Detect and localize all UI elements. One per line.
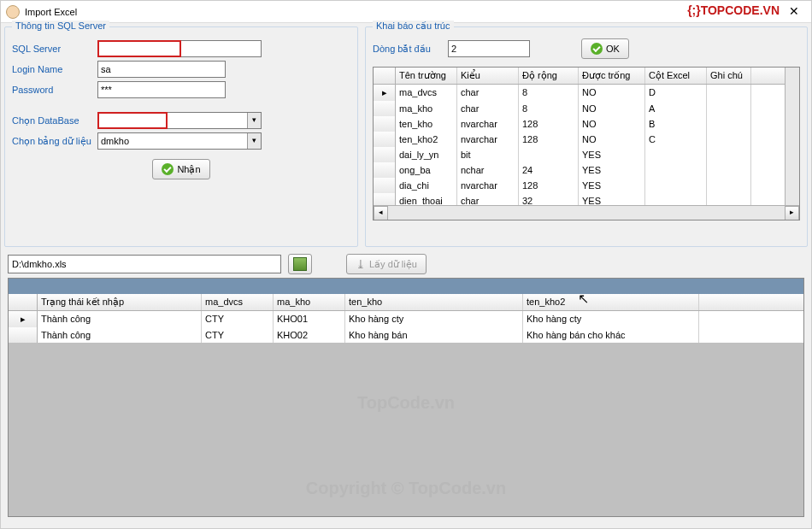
load-data-label: Lấy dữ liệu xyxy=(369,259,417,270)
horizontal-scrollbar[interactable]: ◂ ▸ xyxy=(374,205,799,220)
check-icon xyxy=(162,163,174,175)
col-status[interactable]: Trạng thái kết nhập xyxy=(38,294,202,310)
structure-grid[interactable]: Tên trường Kiểu Độ rộng Được trống Cột E… xyxy=(373,67,800,220)
password-input[interactable] xyxy=(97,81,226,98)
login-label: Login Name xyxy=(12,64,97,74)
scroll-left-button[interactable]: ◂ xyxy=(374,206,388,220)
start-row-label: Dòng bắt đầu xyxy=(373,44,448,55)
table-row[interactable]: ▸ma_dvcschar8NOD xyxy=(374,85,785,101)
col-width[interactable]: Độ rộng xyxy=(519,68,579,84)
login-input[interactable] xyxy=(97,61,226,78)
sql-server-input[interactable] xyxy=(97,40,181,57)
excel-icon xyxy=(293,257,307,271)
structure-title: Khai báo cấu trúc xyxy=(373,21,454,32)
col-madvcs[interactable]: ma_dvcs xyxy=(202,294,274,310)
result-grid[interactable]: Trạng thái kết nhập ma_dvcs ma_kho ten_k… xyxy=(8,278,804,517)
table-row[interactable]: dien_thoaichar32YES xyxy=(374,193,785,205)
password-label: Password xyxy=(12,85,97,95)
close-button[interactable]: ✕ xyxy=(782,3,806,21)
sql-server-input-ext[interactable] xyxy=(181,40,262,57)
sql-server-group: Thông tin SQL Server SQL Server Login Na… xyxy=(4,26,358,247)
ok-label: OK xyxy=(606,44,620,54)
col-field[interactable]: Tên trường xyxy=(396,68,457,84)
database-label: Chọn DataBase xyxy=(12,115,97,126)
window-title: Import Excel xyxy=(25,7,782,17)
chevron-down-icon[interactable]: ▾ xyxy=(247,133,261,149)
col-nullable[interactable]: Được trống xyxy=(579,68,645,84)
col-note[interactable]: Ghi chú xyxy=(707,68,751,84)
table-label: Chọn bảng dữ liệu xyxy=(12,136,97,147)
table-row[interactable]: dai_ly_ynbitYES xyxy=(374,147,785,162)
structure-group: Khai báo cấu trúc Dòng bắt đầu OK xyxy=(365,26,808,247)
sql-group-title: Thông tin SQL Server xyxy=(12,21,109,31)
table-row[interactable]: Thành côngCTYKHO02Kho hàng bánKho hàng b… xyxy=(9,327,803,343)
grid-header-row: Tên trường Kiểu Độ rộng Được trống Cột E… xyxy=(374,68,785,85)
table-combo[interactable] xyxy=(97,132,262,150)
col-excel[interactable]: Cột Excel xyxy=(645,68,707,84)
table-row[interactable]: ten_kho2nvarchar128NOC xyxy=(374,132,785,147)
ok-button[interactable]: OK xyxy=(581,38,629,59)
scroll-right-button[interactable]: ▸ xyxy=(785,206,799,220)
browse-button[interactable] xyxy=(288,254,312,274)
database-combo[interactable] xyxy=(97,112,168,129)
result-grid-topbar xyxy=(9,279,803,294)
chevron-down-icon[interactable]: ▾ xyxy=(247,113,261,128)
col-makho[interactable]: ma_kho xyxy=(274,294,345,310)
vertical-scrollbar[interactable] xyxy=(785,68,799,205)
file-path-input[interactable] xyxy=(8,255,281,273)
app-icon xyxy=(6,5,20,19)
result-header-row: Trạng thái kết nhập ma_dvcs ma_kho ten_k… xyxy=(9,294,803,311)
check-icon xyxy=(591,43,603,55)
start-row-input[interactable] xyxy=(448,40,530,57)
col-tenkho2[interactable]: ten_kho2 xyxy=(523,294,699,310)
table-row[interactable]: ma_khochar8NOA xyxy=(374,101,785,116)
table-row[interactable]: ong_banchar24YES xyxy=(374,162,785,178)
topcode-logo: {;}TOPCODE.VN xyxy=(687,3,780,17)
col-type[interactable]: Kiểu xyxy=(457,68,519,84)
submit-button[interactable]: Nhận xyxy=(152,159,209,179)
table-row[interactable]: dia_chinvarchar128YES xyxy=(374,178,785,193)
table-row[interactable]: ▸Thành côngCTYKHO01Kho hàng ctyKho hàng … xyxy=(9,311,803,327)
submit-label: Nhận xyxy=(177,164,200,175)
load-data-button[interactable]: ⤓ Lấy dữ liệu xyxy=(346,254,427,274)
col-tenkho[interactable]: ten_kho xyxy=(345,294,523,310)
download-icon: ⤓ xyxy=(356,257,366,271)
table-row[interactable]: ten_khonvarchar128NOB xyxy=(374,116,785,132)
sql-server-label: SQL Server xyxy=(12,44,97,54)
